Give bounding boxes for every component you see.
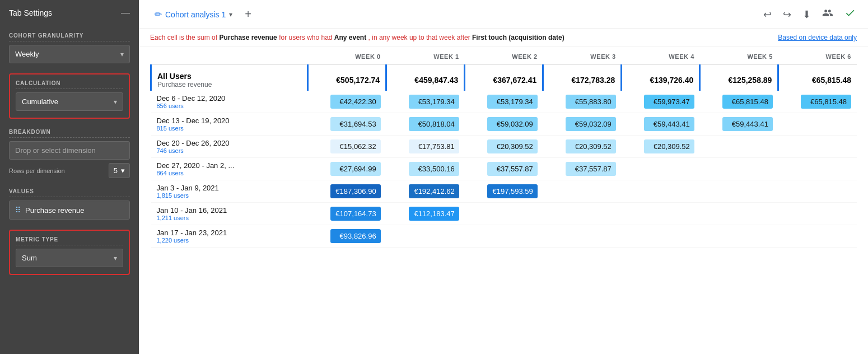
calculation-value: Cumulative [22, 97, 58, 106]
row-3-week-2: €37,557.87 [465, 158, 543, 180]
sidebar-content: COHORT GRANULARITY Weekly ▾ CALCULATION … [0, 26, 139, 354]
metric-type-section: METRIC TYPE Sum ▾ [9, 230, 130, 275]
col-header-week2: WEEK 2 [465, 46, 543, 65]
row-4-week-1: €192,412.62 [386, 180, 465, 203]
row-6-week-1 [386, 225, 465, 248]
all-users-week0: €505,172.74 [308, 65, 386, 91]
cohort-granularity-label: COHORT GRANULARITY [9, 32, 130, 41]
all-users-week6: €65,815.48 [778, 65, 857, 91]
row-label-cell: Dec 20 - Dec 26, 2020746 users [151, 136, 308, 158]
chevron-down-icon: ▾ [121, 166, 125, 175]
row-label-cell: Dec 6 - Dec 12, 2020856 users [151, 91, 308, 113]
row-5-week-3 [543, 203, 622, 225]
desc-touch: First touch (acquisition date) [472, 34, 564, 41]
row-5-week-2 [465, 203, 543, 225]
cohort-granularity-section: COHORT GRANULARITY Weekly ▾ [9, 32, 130, 63]
row-0-week-4: €59,973.47 [622, 91, 700, 113]
breakdown-input[interactable]: Drop or select dimension [9, 141, 130, 160]
desc-part1: Each cell is the sum of [150, 34, 219, 41]
breakdown-section: BREAKDOWN Drop or select dimension Rows … [9, 129, 130, 178]
redo-button[interactable]: ↪ [780, 6, 795, 23]
sidebar-close-button[interactable]: — [121, 8, 130, 18]
row-4-week-0: €187,306.90 [308, 180, 386, 203]
row-5-week-6 [778, 203, 857, 225]
row-0-week-1: €53,179.34 [386, 91, 465, 113]
topbar: ✏ Cohort analysis 1 ▾ + ↩ ↪ ⬇ [139, 0, 868, 29]
calculation-dropdown[interactable]: Cumulative ▾ [16, 92, 123, 111]
row-1-week-0: €31,694.53 [308, 113, 386, 136]
row-6-week-0: €93,826.96 [308, 225, 386, 248]
row-4-week-3 [543, 180, 622, 203]
chevron-down-icon: ▾ [229, 11, 232, 18]
all-users-label: All Users Purchase revenue [151, 65, 308, 91]
row-2-week-6 [778, 136, 857, 158]
download-button[interactable]: ⬇ [799, 6, 814, 23]
row-2-week-0: €15,062.32 [308, 136, 386, 158]
row-2-week-5 [700, 136, 778, 158]
cohort-granularity-dropdown[interactable]: Weekly ▾ [9, 45, 130, 63]
row-6-week-2 [465, 225, 543, 248]
all-users-week2: €367,672.41 [465, 65, 543, 91]
row-5-week-4 [622, 203, 700, 225]
col-header-row [151, 46, 308, 65]
rows-per-dimension-label: Rows per dimension [9, 167, 103, 174]
rows-per-dimension-value: 5 [114, 166, 118, 175]
topbar-actions: ↩ ↪ ⬇ [760, 5, 859, 24]
row-6-week-5 [700, 225, 778, 248]
row-2-week-2: €20,309.52 [465, 136, 543, 158]
table-row: Dec 13 - Dec 19, 2020815 users€31,694.53… [151, 113, 857, 136]
cohort-tab[interactable]: ✏ Cohort analysis 1 ▾ [148, 6, 239, 23]
row-3-week-1: €33,500.16 [386, 158, 465, 180]
chevron-down-icon: ▾ [114, 98, 117, 106]
device-data-link[interactable]: Based on device data only [778, 34, 857, 41]
row-1-week-3: €59,032.09 [543, 113, 622, 136]
rows-per-dimension-dropdown[interactable]: 5 ▾ [109, 163, 130, 178]
row-4-week-4 [622, 180, 700, 203]
desc-part2: for users who had [279, 34, 334, 41]
undo-button[interactable]: ↩ [760, 6, 775, 23]
calculation-section: CALCULATION Cumulative ▾ [9, 73, 130, 119]
row-label-cell: Dec 27, 2020 - Jan 2, ...864 users [151, 158, 308, 180]
main-content: ✏ Cohort analysis 1 ▾ + ↩ ↪ ⬇ Each cell … [139, 0, 868, 354]
row-label-cell: Jan 17 - Jan 23, 20211,220 users [151, 225, 308, 248]
row-3-week-4 [622, 158, 700, 180]
breakdown-label: BREAKDOWN [9, 129, 130, 138]
pencil-icon: ✏ [155, 9, 162, 20]
col-header-week5: WEEK 5 [700, 46, 778, 65]
row-6-week-3 [543, 225, 622, 248]
values-section: VALUES ⠿ Purchase revenue [9, 188, 130, 220]
row-3-week-6 [778, 158, 857, 180]
metric-type-dropdown[interactable]: Sum ▾ [16, 249, 123, 267]
row-1-week-6 [778, 113, 857, 136]
desc-part3: , in any week up to that week after [368, 34, 472, 41]
row-1-week-5: €59,443.41 [700, 113, 778, 136]
tab-label: Cohort analysis 1 [165, 10, 226, 19]
row-label-cell: Dec 13 - Dec 19, 2020815 users [151, 113, 308, 136]
row-3-week-3: €37,557.87 [543, 158, 622, 180]
row-0-week-6: €65,815.48 [778, 91, 857, 113]
sidebar-header: Tab Settings — [0, 0, 139, 26]
all-users-week1: €459,847.43 [386, 65, 465, 91]
row-4-week-5 [700, 180, 778, 203]
drag-icon: ⠿ [15, 206, 21, 215]
table-row: Dec 27, 2020 - Jan 2, ...864 users€27,69… [151, 158, 857, 180]
add-tab-button[interactable]: + [239, 6, 257, 23]
col-header-week1: WEEK 1 [386, 46, 465, 65]
col-header-week4: WEEK 4 [622, 46, 700, 65]
row-4-week-6 [778, 180, 857, 203]
row-3-week-0: €27,694.99 [308, 158, 386, 180]
sidebar: Tab Settings — COHORT GRANULARITY Weekly… [0, 0, 139, 354]
col-header-week6: WEEK 6 [778, 46, 857, 65]
row-1-week-4: €59,443.41 [622, 113, 700, 136]
row-4-week-2: €197,593.59 [465, 180, 543, 203]
share-button[interactable] [819, 5, 837, 24]
row-0-week-3: €55,883.80 [543, 91, 622, 113]
row-0-week-0: €42,422.30 [308, 91, 386, 113]
row-0-week-5: €65,815.48 [700, 91, 778, 113]
values-item-label: Purchase revenue [25, 206, 85, 215]
save-button[interactable] [841, 5, 859, 24]
row-0-week-2: €53,179.34 [465, 91, 543, 113]
table-body: All Users Purchase revenue €505,172.74 €… [151, 65, 857, 248]
metric-type-label: METRIC TYPE [16, 236, 123, 245]
desc-event: Any event [334, 34, 366, 41]
